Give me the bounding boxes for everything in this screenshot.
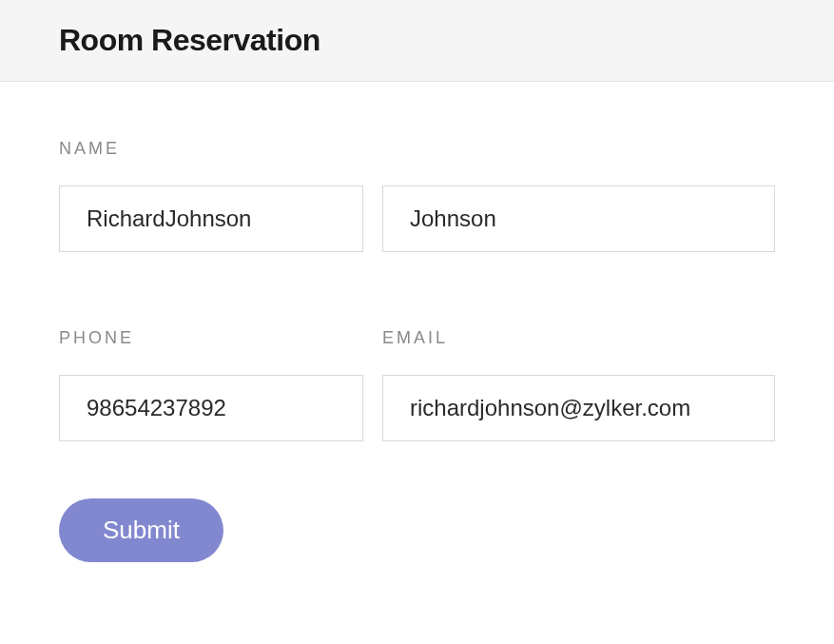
phone-label: PHONE xyxy=(59,328,134,347)
last-name-field[interactable] xyxy=(382,185,775,252)
email-label: EMAIL xyxy=(382,328,448,347)
reservation-form: NAME PHONE EMAIL Submit xyxy=(0,82,834,600)
page-title: Room Reservation xyxy=(59,23,775,58)
name-section: NAME xyxy=(59,139,775,252)
phone-field[interactable] xyxy=(59,375,363,441)
name-label: NAME xyxy=(59,139,120,158)
submit-button[interactable]: Submit xyxy=(59,498,223,562)
page-header: Room Reservation xyxy=(0,0,834,82)
first-name-field[interactable] xyxy=(59,185,363,252)
email-field[interactable] xyxy=(382,375,775,441)
contact-section: PHONE EMAIL xyxy=(59,328,775,441)
